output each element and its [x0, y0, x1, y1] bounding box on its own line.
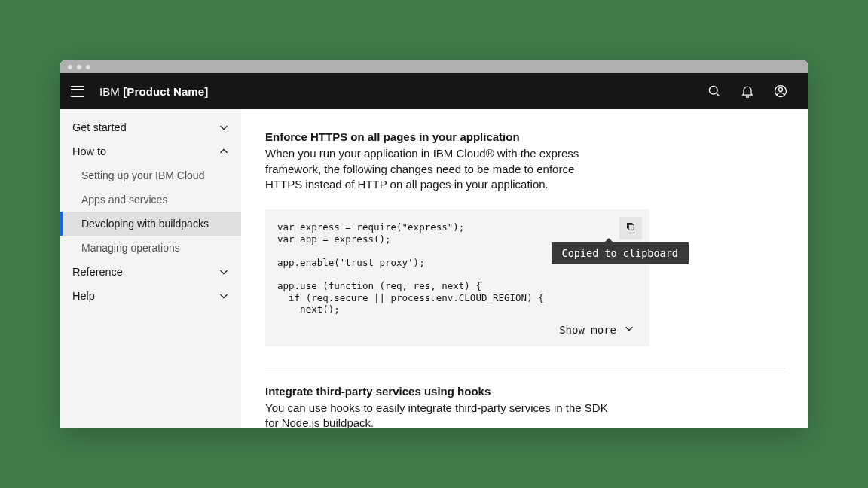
sidebar-item-managing-operations[interactable]: Managing operations — [60, 236, 241, 260]
brand: IBM [Product Name] — [99, 85, 208, 98]
svg-point-3 — [779, 87, 783, 91]
chevron-down-icon — [624, 323, 634, 337]
copy-button[interactable] — [619, 217, 642, 239]
brand-product: [Product Name] — [123, 85, 208, 98]
sidebar-item-label: Apps and services — [81, 194, 167, 206]
sidebar-group-reference[interactable]: Reference — [60, 260, 241, 284]
section-para-hooks: You can use hooks to easily integrate th… — [265, 401, 612, 428]
app-window: IBM [Product Name] Get started How to — [60, 60, 808, 428]
copy-tooltip: Copied to clipboard — [552, 242, 689, 264]
traffic-light-close[interactable] — [68, 65, 72, 69]
window-titlebar — [60, 60, 808, 73]
menu-icon[interactable] — [71, 84, 86, 99]
svg-rect-4 — [628, 224, 634, 230]
copy-icon — [625, 221, 637, 236]
traffic-light-minimize[interactable] — [77, 65, 81, 69]
sidebar-item-developing-buildpacks[interactable]: Developing with buildpacks — [60, 212, 241, 236]
section-para-https: When you run your application in IBM Clo… — [265, 146, 612, 193]
sidebar-item-label: Setting up your IBM Cloud — [81, 169, 204, 181]
show-more-toggle[interactable]: Show more — [277, 316, 637, 346]
brand-prefix: IBM — [99, 85, 123, 98]
user-avatar-icon[interactable] — [764, 75, 797, 108]
search-icon[interactable] — [698, 75, 731, 108]
sidebar-item-label: Developing with buildpacks — [81, 218, 209, 230]
code-text: var express = require("express"); var ap… — [277, 221, 637, 316]
traffic-light-zoom[interactable] — [86, 65, 90, 69]
code-snippet: var express = require("express"); var ap… — [265, 209, 649, 346]
sidebar-item-apps-services[interactable]: Apps and services — [60, 188, 241, 212]
sidebar-group-how-to[interactable]: How to — [60, 139, 241, 163]
sidebar-item-setting-up[interactable]: Setting up your IBM Cloud — [60, 163, 241, 188]
svg-point-0 — [709, 86, 717, 94]
section-divider — [265, 368, 785, 368]
main-content: Enforce HTTPS on all pages in your appli… — [241, 109, 808, 428]
topbar: IBM [Product Name] — [60, 73, 808, 109]
sidebar-group-label: Help — [72, 290, 95, 302]
sidebar-item-label: Managing operations — [81, 242, 180, 254]
chevron-down-icon — [219, 291, 229, 301]
section-title-hooks: Integrate third-party services using hoo… — [265, 385, 781, 398]
sidebar-group-help[interactable]: Help — [60, 284, 241, 308]
sidebar: Get started How to Setting up your IBM C… — [60, 109, 241, 428]
sidebar-group-label: How to — [72, 145, 106, 157]
svg-line-1 — [717, 93, 720, 96]
notifications-icon[interactable] — [731, 75, 764, 108]
section-title-https: Enforce HTTPS on all pages in your appli… — [265, 130, 781, 143]
chevron-down-icon — [219, 267, 229, 277]
sidebar-group-label: Get started — [72, 121, 127, 133]
chevron-down-icon — [219, 122, 229, 133]
sidebar-group-label: Reference — [72, 266, 123, 278]
chevron-up-icon — [219, 146, 229, 157]
sidebar-group-get-started[interactable]: Get started — [60, 115, 241, 139]
show-more-label: Show more — [559, 324, 616, 337]
